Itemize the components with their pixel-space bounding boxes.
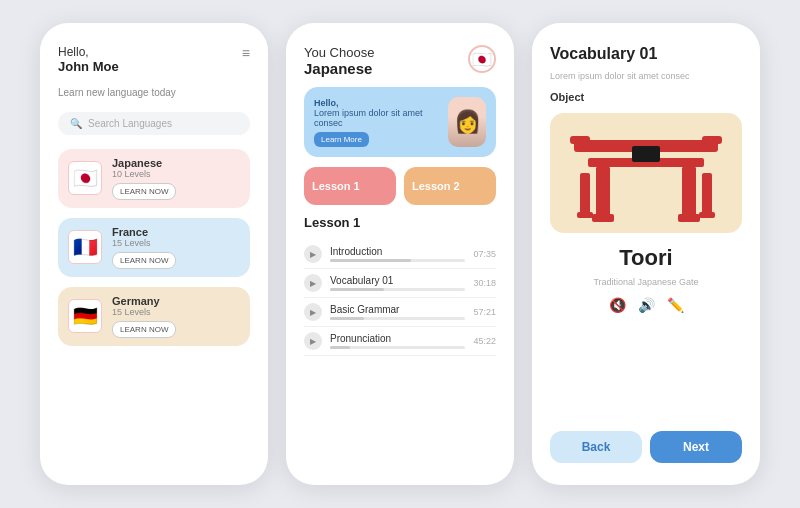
lang-levels-japanese: 10 Levels — [112, 169, 240, 179]
greeting-hello: Hello, — [58, 45, 119, 59]
flag-jp: 🇯🇵 — [68, 161, 102, 195]
torii-description: Traditional Japanese Gate — [550, 277, 742, 287]
phone-1: Hello, John Moe ≡ Learn new language tod… — [40, 23, 268, 485]
search-icon: 🔍 — [70, 118, 82, 129]
promo-banner: Hello,Lorem ipsum dolor sit amet consec … — [304, 87, 496, 157]
language-card-germany: 🇩🇪 Germany 15 Levels LEARN NOW — [58, 287, 250, 346]
greeting-name: John Moe — [58, 59, 119, 75]
torii-illustration — [550, 113, 742, 233]
play-icon[interactable]: ▶ — [304, 303, 322, 321]
search-placeholder: Search Languages — [88, 118, 172, 129]
search-bar[interactable]: 🔍 Search Languages — [58, 112, 250, 135]
lesson-time: 30:18 — [473, 278, 496, 288]
lesson-name: Pronunciation — [330, 333, 465, 344]
lesson-name: Basic Grammar — [330, 304, 465, 315]
flag-fr: 🇫🇷 — [68, 230, 102, 264]
play-icon[interactable]: ▶ — [304, 245, 322, 263]
lang-name-france: France — [112, 226, 240, 238]
edit-icon[interactable]: ✏️ — [667, 297, 684, 313]
svg-rect-13 — [699, 212, 715, 218]
svg-rect-7 — [682, 166, 696, 221]
vocab-subtitle: Lorem ipsum dolor sit amet consec — [550, 71, 742, 81]
phone-3: Vocabulary 01 Lorem ipsum dolor sit amet… — [532, 23, 760, 485]
flag-de: 🇩🇪 — [68, 299, 102, 333]
svg-rect-6 — [596, 166, 610, 221]
lesson-list: ▶ Introduction 07:35 ▶ Vocabulary 01 30:… — [304, 240, 496, 356]
svg-rect-12 — [577, 212, 593, 218]
svg-rect-5 — [632, 146, 660, 162]
lang-name-germany: Germany — [112, 295, 240, 307]
lesson-section-title: Lesson 1 — [304, 215, 496, 230]
torii-word: Toori — [550, 245, 742, 271]
svg-rect-11 — [702, 173, 712, 218]
learn-btn-germany[interactable]: LEARN NOW — [112, 321, 176, 338]
banner-hello: Hello,Lorem ipsum dolor sit amet consec — [314, 98, 442, 128]
learn-btn-japanese[interactable]: LEARN NOW — [112, 183, 176, 200]
lesson-time: 07:35 — [473, 249, 496, 259]
lesson-tile-2[interactable]: Lesson 2 — [404, 167, 496, 205]
language-card-france: 🇫🇷 France 15 Levels LEARN NOW — [58, 218, 250, 277]
phone-2: You Choose Japanese 🇯🇵 Hello,Lorem ipsum… — [286, 23, 514, 485]
choose-title: You Choose Japanese — [304, 45, 374, 77]
audio-controls: 🔇 🔊 ✏️ — [550, 297, 742, 313]
play-icon[interactable]: ▶ — [304, 332, 322, 350]
subtitle: Learn new language today — [58, 87, 250, 98]
svg-rect-10 — [580, 173, 590, 218]
lessons-row: Lesson 1 Lesson 2 — [304, 167, 496, 205]
language-card-japanese: 🇯🇵 Japanese 10 Levels LEARN NOW — [58, 149, 250, 208]
back-button[interactable]: Back — [550, 431, 642, 463]
lesson-tile-1[interactable]: Lesson 1 — [304, 167, 396, 205]
learn-btn-france[interactable]: LEARN NOW — [112, 252, 176, 269]
lang-levels-germany: 15 Levels — [112, 307, 240, 317]
list-item[interactable]: ▶ Basic Grammar 57:21 — [304, 298, 496, 327]
jp-flag-circle: 🇯🇵 — [468, 45, 496, 73]
play-icon[interactable]: ▶ — [304, 274, 322, 292]
hamburger-menu[interactable]: ≡ — [242, 45, 250, 61]
object-section: Object — [550, 91, 742, 103]
list-item[interactable]: ▶ Pronunciation 45:22 — [304, 327, 496, 356]
svg-rect-2 — [570, 136, 590, 144]
svg-rect-3 — [702, 136, 722, 144]
lesson-time: 45:22 — [473, 336, 496, 346]
bottom-buttons: Back Next — [550, 431, 742, 463]
avatar: 👩 — [448, 97, 486, 147]
next-button[interactable]: Next — [650, 431, 742, 463]
volume-on-icon[interactable]: 🔊 — [638, 297, 655, 313]
list-item[interactable]: ▶ Vocabulary 01 30:18 — [304, 269, 496, 298]
vocab-title: Vocabulary 01 — [550, 45, 742, 63]
lang-levels-france: 15 Levels — [112, 238, 240, 248]
volume-off-icon[interactable]: 🔇 — [609, 297, 626, 313]
svg-rect-8 — [592, 214, 614, 222]
lesson-name: Introduction — [330, 246, 465, 257]
learn-more-btn[interactable]: Learn More — [314, 132, 369, 147]
list-item[interactable]: ▶ Introduction 07:35 — [304, 240, 496, 269]
lesson-name: Vocabulary 01 — [330, 275, 465, 286]
lesson-time: 57:21 — [473, 307, 496, 317]
svg-rect-9 — [678, 214, 700, 222]
lang-name-japanese: Japanese — [112, 157, 240, 169]
